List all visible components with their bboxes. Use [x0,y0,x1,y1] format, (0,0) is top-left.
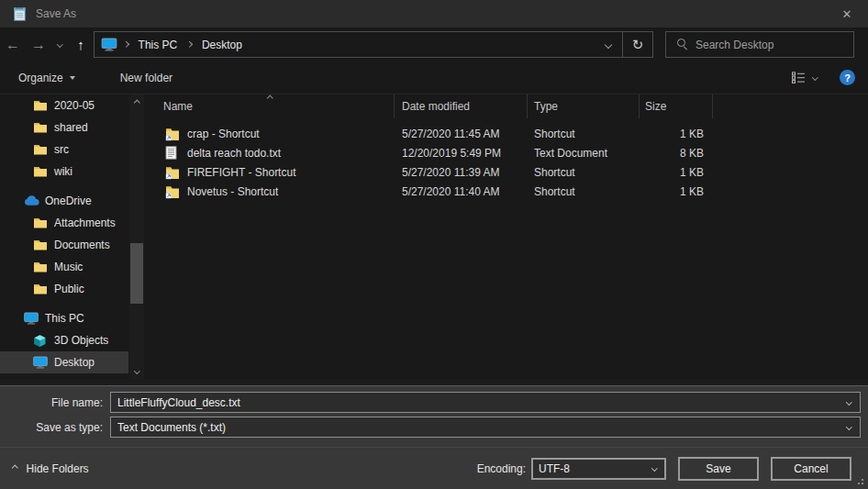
chevron-up-icon [12,465,17,471]
textdoc-icon [165,146,180,161]
shortcut-icon [165,165,180,180]
partial-icon [33,377,49,379]
file-row[interactable]: crap - Shortcut 5/27/2020 11:45 AM Short… [150,124,868,143]
column-header-size[interactable]: Size [640,94,713,118]
sidebar-item-shared[interactable]: shared [0,117,128,139]
cube-icon [33,333,49,348]
refresh-button[interactable]: ↻ [622,32,652,57]
titlebar[interactable]: Save As ✕ [0,0,868,28]
breadcrumb-desktop[interactable]: Desktop [194,32,250,57]
breadcrumb-chevron-icon [124,42,128,47]
file-name-label: File name: [0,396,110,409]
help-button[interactable]: ? [840,70,855,85]
file-name-input[interactable] [111,393,860,412]
sidebar-item-onedrive[interactable]: OneDrive [0,190,128,212]
window-title: Save As [36,7,76,20]
chevron-down-icon [605,40,612,48]
sidebar-item[interactable] [0,373,128,379]
sidebar-item-wiki[interactable]: wiki [0,161,128,183]
encoding-label: Encoding: [477,462,526,475]
recent-locations-button[interactable] [51,31,68,59]
triangle-down-icon [70,76,75,80]
search-input[interactable] [696,39,846,51]
resize-grip[interactable] [862,483,863,484]
close-button[interactable]: ✕ [826,0,868,28]
sidebar-item-2020-05[interactable]: 2020-05 [0,94,128,117]
sidebar-item-desktop[interactable]: Desktop [0,351,128,373]
chevron-down-icon [812,74,818,80]
file-list: Name Date modified Type Size crap - Shor… [150,94,868,379]
save-as-type-select[interactable]: Text Documents (*.txt) [110,417,861,438]
chevron-down-icon[interactable] [846,424,851,429]
panel-gap [0,379,868,385]
file-row[interactable]: FIREFIGHT - Shortcut 5/27/2020 11:39 AM … [150,162,868,182]
file-name-row: File name: [0,392,868,413]
sidebar-item-this-pc[interactable]: This PC [0,307,128,329]
notepad-icon [12,6,28,22]
save-as-type-label: Save as type: [0,421,110,434]
hide-folders-button[interactable]: Hide Folders [13,462,89,475]
dialog-footer: Hide Folders Encoding: UTF-8 Save Cancel [0,447,868,489]
cloud-icon [24,194,39,208]
chevron-down-icon [651,465,657,471]
folder-icon [33,164,49,179]
organize-button[interactable]: Organize [18,72,75,84]
sidebar-item-documents[interactable]: Documents [0,234,128,256]
shortcut-icon [165,127,180,141]
sidebar-item-3d-objects[interactable]: 3D Objects [0,329,128,351]
chevron-down-icon [57,41,62,47]
cancel-button[interactable]: Cancel [771,457,851,481]
address-dropdown-button[interactable] [595,32,622,57]
folder-icon [33,238,49,252]
forward-arrow-icon: → [31,38,46,52]
search-icon [676,39,688,50]
navigation-pane: 2020-05 shared src wiki OneDrive Attachm… [0,94,150,379]
file-row[interactable]: Novetus - Shortcut 5/27/2020 11:40 AM Sh… [150,182,868,201]
scroll-up-button[interactable] [129,96,144,109]
up-button[interactable]: ↑ [68,31,94,59]
save-as-type-value: Text Documents (*.txt) [111,421,226,434]
folder-icon [33,260,49,274]
scroll-down-button[interactable] [129,364,144,377]
desktop-location-icon [101,38,118,52]
sidebar-item-music[interactable]: Music [0,256,128,278]
sidebar-scrollbar[interactable] [129,94,144,379]
toolbar-right-group: ? [791,70,855,85]
chevron-up-icon [134,100,139,106]
folder-icon [33,142,49,157]
save-button[interactable]: Save [678,457,759,481]
details-view-icon [791,72,806,83]
encoding-select[interactable]: UTF-8 [531,458,666,480]
encoding-value: UTF-8 [533,462,570,475]
sidebar-item-public[interactable]: Public [0,278,128,300]
change-view-button[interactable] [791,72,818,83]
footer-right-group: Encoding: UTF-8 Save Cancel [477,457,851,481]
back-button[interactable]: ← [0,31,26,59]
folder-icon [33,282,49,296]
address-bar[interactable]: This PC Desktop ↻ [94,31,653,58]
sidebar-item-attachments[interactable]: Attachments [0,212,128,234]
file-row[interactable]: delta reach todo.txt 12/20/2019 5:49 PM … [150,143,868,162]
new-folder-button[interactable]: New folder [120,72,172,84]
shortcut-icon [165,184,180,199]
hide-folders-label: Hide Folders [27,462,89,475]
monitor-icon [24,311,39,326]
column-header-type[interactable]: Type [528,94,640,118]
breadcrumb-this-pc[interactable]: This PC [130,32,186,57]
back-arrow-icon: ← [6,38,20,52]
new-folder-label: New folder [120,72,172,84]
folder-icon [33,120,49,135]
column-header-date-modified[interactable]: Date modified [395,94,528,118]
column-headers: Name Date modified Type Size [150,94,868,118]
file-name-combo[interactable] [110,392,861,413]
monitor-icon [33,355,49,370]
chevron-down-icon [134,368,139,373]
save-as-dialog: Save As ✕ ← → ↑ This PC Desktop ↻ [0,0,868,489]
forward-button[interactable]: → [26,31,51,59]
sidebar-item-src[interactable]: src [0,139,128,161]
file-rows: crap - Shortcut 5/27/2020 11:45 AM Short… [150,118,868,201]
scrollbar-thumb[interactable] [130,243,143,304]
folder-icon [33,98,49,113]
navigation-bar: ← → ↑ This PC Desktop ↻ [0,28,868,61]
search-box[interactable] [665,31,854,58]
